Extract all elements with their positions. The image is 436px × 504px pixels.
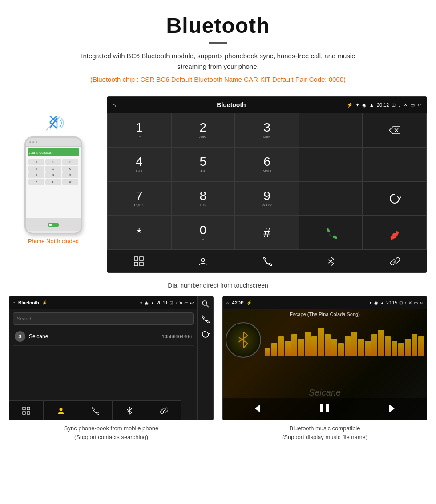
svg-point-14 [201,258,205,262]
backspace-key[interactable] [363,113,427,147]
ms-home-icon[interactable]: ⌂ [226,300,229,305]
music-caption-line1: Bluetooth music compatible [290,425,360,432]
key-hash[interactable]: # [235,216,299,250]
phonebook-caption-line2: (Support contacts searching) [74,434,148,440]
key-4[interactable]: 4GHI [107,147,171,181]
viz-bar [351,332,357,356]
pb-signal-icon: ▲ [150,300,155,305]
side-phone-icon[interactable] [202,315,210,325]
phone-screen: Add to Contacts 1 2 3 4 5 6 7 8 9 * 0 # [26,147,81,218]
phone-key-7: 7 [28,172,44,178]
viz-bar [325,334,331,356]
music-song-title: Escape (The Pina Colada Song) [223,309,427,320]
key-1[interactable]: 1∞ [107,113,171,147]
key-8[interactable]: 8TUV [171,181,235,216]
svg-line-26 [129,407,132,409]
call-button[interactable] [299,216,363,250]
pb-bt-bottom-icon[interactable] [113,401,147,420]
empty-4-4 [299,147,363,181]
home-icon[interactable]: ⌂ [113,102,116,108]
svg-line-19 [331,264,334,266]
contact-avatar: S [15,331,25,342]
ms-signal-icon: ▲ [380,300,384,305]
dialpad-status-bar: ⌂ Bluetooth ⚡ ✦ ◉ ▲ 20:12 ⊡ ♪ ✕ ▭ ↩ [107,97,427,113]
phone-section: Add to Contacts 1 2 3 4 5 6 7 8 9 * 0 # [9,96,98,244]
svg-rect-20 [23,407,25,410]
prev-track-button[interactable] [254,404,264,415]
empty-3-4 [299,181,363,216]
svg-rect-11 [140,257,143,260]
dial-caption: Dial number direct from touchscreen [0,277,436,296]
key-0[interactable]: 0+ [171,216,235,250]
contacts-icon[interactable] [171,250,235,272]
music-album-art: ♪ [226,322,261,358]
empty-4-5 [363,147,427,181]
ms-back-icon[interactable]: ↩ [420,300,423,305]
viz-bar [291,334,297,356]
key-6[interactable]: 6MNO [235,147,299,181]
back-icon[interactable]: ↩ [417,102,421,108]
side-refresh-icon[interactable] [202,330,210,340]
ms-close-icon[interactable]: ✕ [408,300,412,305]
pb-close-icon[interactable]: ✕ [179,300,182,305]
key-7[interactable]: 7PQRS [107,181,171,216]
svg-point-30 [202,301,207,305]
phone-top-bar [26,138,81,147]
signal-icon: ▲ [369,102,374,108]
pb-status-right: ✦ ◉ ▲ 20:11 ⊡ ♪ ✕ ▭ ↩ [139,300,194,305]
bluetooth-icon[interactable] [299,250,363,272]
key-2[interactable]: 2ABC [171,113,235,147]
viz-bar [385,336,391,356]
music-visualizer [265,322,424,358]
ms-vol-icon[interactable]: ♪ [404,300,407,305]
music-status-bar: ⌂ A2DP ⚡ ✦ ◉ ▲ 20:15 ⊡ ♪ ✕ ▭ ↩ [223,296,427,309]
viz-bar [331,339,337,356]
phone-icon[interactable] [235,250,299,272]
svg-line-31 [206,305,209,307]
svg-rect-43 [389,405,391,412]
viz-bar [405,339,411,356]
next-track-button[interactable] [386,404,396,415]
key-3[interactable]: 3DEF [235,113,299,147]
contact-row[interactable]: S Seicane 13566664466 [13,328,194,346]
redial-key[interactable] [363,181,427,216]
play-pause-button[interactable] [319,402,331,416]
pb-vol-icon[interactable]: ♪ [175,300,177,305]
phone-key-1: 1 [28,159,44,165]
pb-link-bottom-icon[interactable] [147,401,181,420]
key-9[interactable]: 9WXYZ [235,181,299,216]
window-icon[interactable]: ▭ [410,102,415,108]
close-icon[interactable]: ✕ [404,102,408,108]
phone-key-6: 6 [62,166,78,172]
grid-icon[interactable] [107,250,171,272]
svg-rect-39 [259,405,260,412]
pb-grid-icon[interactable] [9,401,44,420]
music-content: ⌂ A2DP ⚡ ✦ ◉ ▲ 20:15 ⊡ ♪ ✕ ▭ ↩ [223,296,427,420]
phone-key-5: 5 [45,166,61,172]
viz-bar [285,341,291,356]
link-icon[interactable] [363,250,427,272]
ms-bt-icon: ✦ [369,300,372,305]
key-5[interactable]: 5JKL [171,147,235,181]
pb-location-icon: ◉ [145,300,149,305]
search-bar[interactable] [13,312,194,325]
phonebook-screen-wrapper: ⌂ Bluetooth ⚡ ✦ ◉ ▲ 20:11 ⊡ ♪ ✕ ▭ ↩ [9,296,214,445]
pb-home-icon[interactable]: ⌂ [13,300,16,305]
phone-keypad: 1 2 3 4 5 6 7 8 9 * 0 # [28,158,79,186]
pb-window-icon[interactable]: ▭ [184,300,188,305]
hangup-button[interactable] [363,216,427,250]
pb-back-icon[interactable]: ↩ [190,300,194,305]
pb-phone-icon[interactable] [78,401,113,420]
dialpad-bottom-bar [107,250,427,272]
pb-person-icon[interactable] [44,401,78,420]
volume-icon[interactable]: ♪ [398,102,401,108]
viz-bar [265,348,270,356]
phone-key-8: 8 [45,172,61,178]
side-search-icon[interactable] [202,300,210,310]
ms-window-icon[interactable]: ▭ [414,300,418,305]
contact-phone: 13566664466 [162,334,192,339]
pb-status-left: ⌂ Bluetooth ⚡ [13,300,47,305]
svg-line-29 [129,412,132,414]
search-input[interactable] [17,316,190,321]
key-star[interactable]: * [107,216,171,250]
